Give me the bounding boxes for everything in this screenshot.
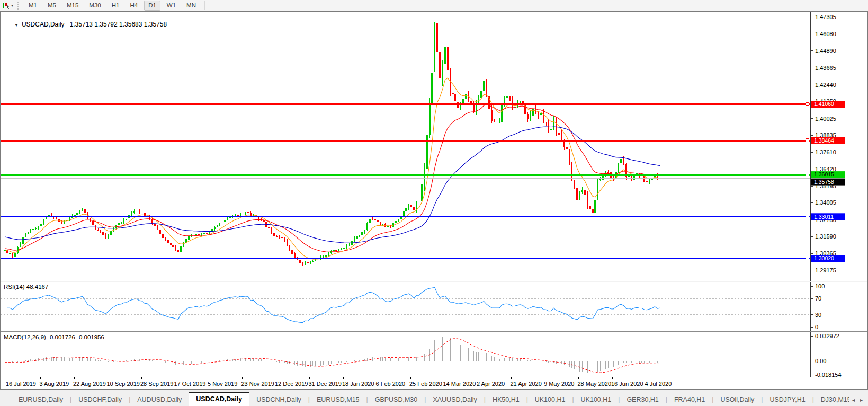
svg-text:2 Apr 2020: 2 Apr 2020 [477, 381, 505, 387]
top-toolbar: ▾ M1M5M15M30H1H4D1W1MN [0, 0, 868, 11]
svg-text:1.38464: 1.38464 [814, 137, 834, 144]
svg-text:28 May 2020: 28 May 2020 [578, 381, 612, 387]
price-scale[interactable]: 1.473051.460801.448901.436651.424401.412… [810, 12, 845, 281]
svg-text:17 Oct 2019: 17 Oct 2019 [174, 381, 206, 387]
tab-uk100-h1[interactable]: UK100,H1 [528, 394, 572, 406]
tab-usdcad-daily[interactable]: USDCAD,Daily [189, 392, 249, 406]
horizontal-level-lines[interactable] [1, 102, 810, 260]
panel-divider[interactable] [1, 331, 867, 332]
svg-text:9 May 2020: 9 May 2020 [544, 381, 574, 387]
tab-eurusd-daily[interactable]: EURUSD,Daily [12, 394, 70, 406]
timeframe-button-m5[interactable]: M5 [43, 1, 60, 11]
svg-text:1.35758: 1.35758 [814, 179, 834, 185]
tab-ger30-h1[interactable]: GER30,H1 [620, 394, 665, 406]
svg-text:1.44890: 1.44890 [815, 48, 836, 54]
svg-text:1.33011: 1.33011 [814, 214, 834, 220]
tab-hk50-h1[interactable]: HK50,H1 [486, 394, 526, 406]
chart-window: 1.473051.460801.448901.436651.424401.412… [0, 11, 868, 390]
svg-text:0.032972: 0.032972 [815, 333, 839, 339]
timeframe-button-m15[interactable]: M15 [62, 1, 83, 11]
panel-divider[interactable] [1, 281, 867, 281]
rsi-indicator-panel[interactable]: 10070300 RSI(14) 48.4167 [1, 282, 867, 331]
svg-text:4 Jul 2020: 4 Jul 2020 [645, 381, 672, 387]
svg-text:1.43665: 1.43665 [815, 65, 836, 71]
svg-text:100: 100 [815, 283, 825, 289]
timeframe-button-m30[interactable]: M30 [85, 1, 105, 11]
timeframe-button-h1[interactable]: H1 [108, 1, 124, 11]
timeframe-button-d1[interactable]: D1 [144, 1, 160, 11]
svg-text:-0.018154: -0.018154 [815, 372, 842, 377]
svg-text:21 Apr 2020: 21 Apr 2020 [511, 381, 542, 387]
tab-audusd-daily[interactable]: AUDUSD,Daily [130, 394, 189, 406]
tab-eurusd-m15[interactable]: EURUSD,M15 [310, 394, 366, 406]
macd-signal-line [5, 339, 660, 373]
timeframe-button-mn[interactable]: MN [182, 1, 200, 11]
svg-text:12 Dec 2019: 12 Dec 2019 [275, 381, 308, 387]
svg-text:10 Sep 2019: 10 Sep 2019 [107, 381, 140, 387]
svg-text:23 Nov 2019: 23 Nov 2019 [241, 381, 274, 387]
tab-fra40-h1[interactable]: FRA40,H1 [667, 394, 712, 406]
svg-text:1.34005: 1.34005 [815, 199, 836, 206]
svg-text:22 Aug 2019: 22 Aug 2019 [73, 381, 106, 387]
chart-cursor-icon[interactable]: ▾ [0, 1, 15, 11]
svg-text:1.42440: 1.42440 [815, 82, 836, 88]
date-axis[interactable]: 16 Jul 20193 Aug 201922 Aug 201910 Sep 2… [1, 377, 867, 389]
tab-usdjpy-h1[interactable]: USDJPY,H1 [763, 394, 812, 406]
svg-text:1.40025: 1.40025 [815, 116, 836, 122]
date-scale[interactable]: 16 Jul 20193 Aug 201922 Aug 201910 Sep 2… [6, 377, 672, 387]
tab-uk100-h1[interactable]: UK100,H1 [574, 394, 619, 406]
svg-text:30: 30 [815, 312, 821, 318]
macd-indicator-panel[interactable]: 0.0329720.00-0.018154 MACD(12,26,9) -0.0… [1, 332, 867, 377]
macd-scale[interactable]: 0.0329720.00-0.018154 [810, 332, 842, 377]
ma-slow-line [5, 127, 660, 243]
svg-text:1.31590: 1.31590 [815, 233, 836, 240]
toolbar-grip-handle[interactable] [17, 2, 20, 10]
tab-xauusd-daily[interactable]: XAUUSD,Daily [426, 394, 484, 406]
svg-text:3 Aug 2019: 3 Aug 2019 [40, 381, 69, 387]
tab-usoil-daily[interactable]: USOil,Daily [713, 394, 761, 406]
main-price-panel[interactable]: 1.473051.460801.448901.436651.424401.412… [1, 12, 867, 281]
timeframe-button-w1[interactable]: W1 [163, 1, 180, 11]
svg-text:1.29175: 1.29175 [815, 267, 836, 273]
timeframe-button-m1[interactable]: M1 [24, 1, 41, 11]
chevron-down-icon: ▾ [11, 3, 13, 8]
chart-tab-bar: EURUSD,Daily|USDCHF,Daily|AUDUSD,DailyUS… [0, 390, 868, 406]
tab-gbpusd-m30[interactable]: GBPUSD,M30 [368, 394, 425, 406]
toolbar-separator [204, 1, 205, 10]
svg-text:1.30020: 1.30020 [814, 255, 834, 261]
svg-text:1.46080: 1.46080 [815, 31, 836, 37]
svg-text:28 Sep 2019: 28 Sep 2019 [140, 381, 173, 387]
tabs-scroll-right-button[interactable]: ▸ [860, 397, 863, 403]
chart-tabs: EURUSD,Daily|USDCHF,Daily|AUDUSD,DailyUS… [0, 392, 849, 406]
svg-text:70: 70 [815, 295, 821, 302]
tab-navigation: ◂ ▸ [849, 397, 868, 406]
tab-usdchf-daily[interactable]: USDCHF,Daily [71, 394, 129, 406]
timeframe-button-group: M1M5M15M30H1H4D1W1MN [23, 1, 201, 11]
svg-text:0.00: 0.00 [815, 358, 826, 364]
svg-text:5 Nov 2019: 5 Nov 2019 [208, 381, 237, 387]
rsi-scale[interactable]: 10070300 [810, 282, 825, 331]
svg-text:6 Feb 2020: 6 Feb 2020 [376, 381, 406, 387]
tabs-scroll-left-button[interactable]: ◂ [852, 397, 855, 403]
svg-text:1.36015: 1.36015 [814, 171, 834, 178]
svg-text:18 Jan 2020: 18 Jan 2020 [342, 381, 374, 387]
svg-text:1.41060: 1.41060 [814, 101, 834, 107]
svg-text:1.47305: 1.47305 [815, 14, 836, 20]
svg-text:14 Mar 2020: 14 Mar 2020 [443, 381, 476, 387]
svg-text:1.37610: 1.37610 [815, 149, 836, 155]
tab-dj30-m15[interactable]: DJ30,M15 [814, 394, 849, 406]
candlestick-series [4, 22, 661, 266]
macd-histogram [5, 336, 660, 374]
svg-text:31 Dec 2019: 31 Dec 2019 [309, 381, 342, 387]
chart-cursor-glyph [2, 2, 10, 9]
timeframe-button-h4[interactable]: H4 [126, 1, 142, 11]
svg-text:16 Jun 2020: 16 Jun 2020 [611, 381, 643, 387]
svg-text:0: 0 [815, 324, 818, 330]
tab-usdcnh-daily[interactable]: USDCNH,Daily [249, 394, 308, 406]
svg-text:25 Feb 2020: 25 Feb 2020 [409, 381, 442, 387]
svg-text:16 Jul 2019: 16 Jul 2019 [6, 381, 36, 387]
rsi-line [7, 287, 660, 322]
